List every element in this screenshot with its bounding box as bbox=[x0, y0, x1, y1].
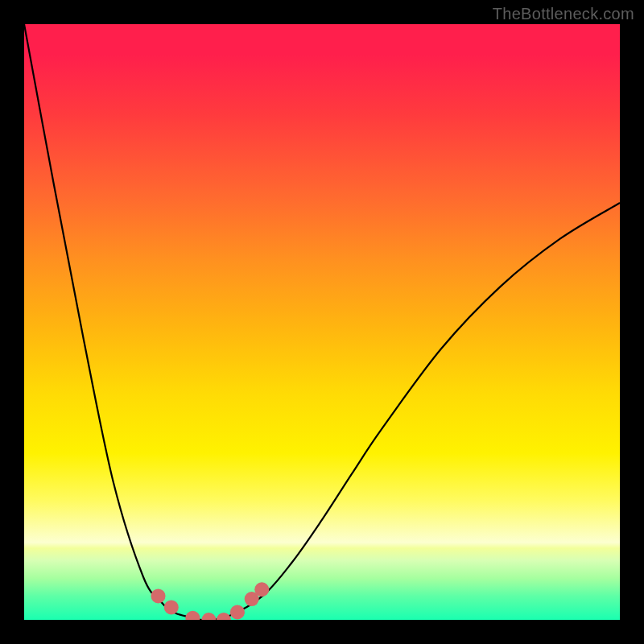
highlight-markers bbox=[151, 582, 270, 620]
highlight-marker bbox=[185, 611, 200, 620]
plot-area bbox=[24, 24, 620, 620]
highlight-marker bbox=[217, 613, 231, 620]
highlight-marker bbox=[151, 588, 166, 603]
highlight-marker bbox=[230, 605, 245, 619]
chart-frame: TheBottleneck.com bbox=[0, 0, 644, 644]
watermark-text: TheBottleneck.com bbox=[493, 5, 634, 23]
highlight-marker bbox=[254, 582, 269, 597]
highlight-marker bbox=[201, 613, 216, 620]
highlight-marker bbox=[164, 600, 179, 614]
bottleneck-curve-svg bbox=[24, 24, 620, 620]
bottleneck-curve bbox=[24, 24, 620, 620]
